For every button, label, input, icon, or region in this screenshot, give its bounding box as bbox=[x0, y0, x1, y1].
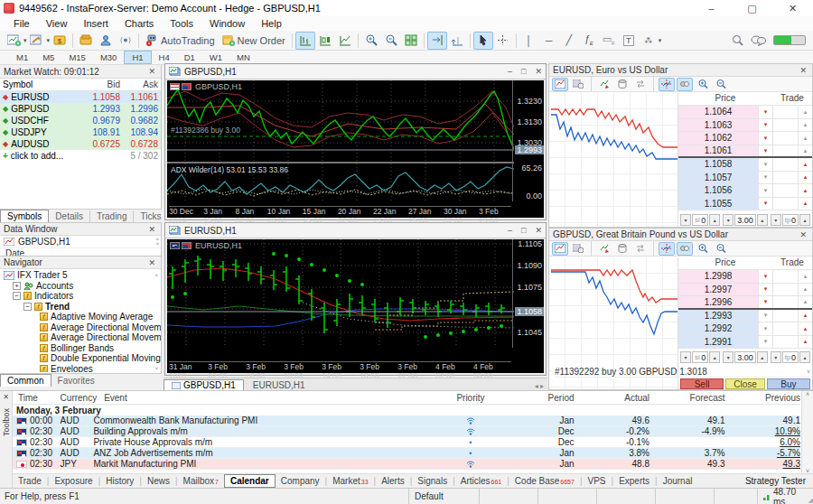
tab-scroll-right-icon[interactable]: ▸ bbox=[540, 382, 544, 390]
horizontal-line-tool-button[interactable]: ─ bbox=[539, 32, 559, 50]
trade-cell[interactable] bbox=[772, 336, 798, 349]
dom-transfer-icon[interactable] bbox=[632, 242, 649, 256]
candlestick-mode-button[interactable] bbox=[315, 32, 335, 50]
column-time[interactable]: Time bbox=[13, 393, 61, 403]
calendar-event-row[interactable]: 02:30 JPY Markit Manufacturing PMI Jan 4… bbox=[13, 459, 800, 470]
chevron-down-icon[interactable]: ▾ bbox=[758, 184, 772, 197]
usd-flag-icon[interactable] bbox=[182, 242, 192, 249]
market-watch-close-icon[interactable]: ✕ bbox=[146, 67, 157, 76]
chevron-down-icon[interactable]: ▾ bbox=[758, 119, 772, 132]
dom-depth-icon[interactable] bbox=[614, 242, 631, 256]
toolbox-close-icon[interactable]: ✕ bbox=[3, 393, 9, 401]
dom-chart-mode-icon[interactable] bbox=[552, 78, 568, 91]
sl-stepper[interactable]: ▾sl0▴ bbox=[680, 351, 720, 363]
chart-canvas[interactable]: EURUSD,H1 1.1105 1.1090 1.1075 1.1058 1.… bbox=[167, 239, 544, 373]
chevron-up-icon[interactable]: ▴ bbox=[798, 284, 812, 296]
dom-ask-row[interactable]: 1.1063▾▴ bbox=[678, 119, 812, 133]
ask-price[interactable]: 1.2996 bbox=[678, 296, 758, 308]
timeframe-m5[interactable]: M5 bbox=[35, 51, 61, 63]
trade-cell[interactable] bbox=[772, 198, 798, 210]
bid-price[interactable]: 1.2991 bbox=[678, 336, 758, 349]
bid-price[interactable]: 1.2993 bbox=[678, 310, 758, 322]
ask-price[interactable]: 1.1061 bbox=[678, 145, 758, 157]
dom-bid-row[interactable]: 1.2992▾▴ bbox=[678, 322, 812, 336]
ask-price[interactable]: 1.1062 bbox=[678, 132, 758, 145]
tab-news[interactable]: News bbox=[142, 475, 175, 487]
chevron-up-icon[interactable]: ▴ bbox=[798, 336, 812, 349]
tab-ticks[interactable]: Ticks bbox=[134, 210, 167, 222]
dom-zoom-in-icon[interactable] bbox=[695, 242, 711, 256]
zoom-out-button[interactable] bbox=[381, 32, 401, 50]
dom-circles-icon[interactable] bbox=[677, 78, 693, 91]
collapse-icon[interactable]: − bbox=[13, 292, 21, 300]
chevron-up-icon[interactable]: ▴ bbox=[798, 172, 812, 184]
chevron-up-icon[interactable]: ▴ bbox=[798, 270, 812, 283]
label-tool-button[interactable]: ▭F bbox=[599, 32, 619, 50]
menu-charts[interactable]: Charts bbox=[117, 18, 162, 29]
chevron-down-icon[interactable]: ▾ bbox=[758, 322, 772, 335]
dom-ask-row[interactable]: 1.1061▾▴ bbox=[678, 145, 812, 159]
chevron-up-icon[interactable]: ▴ bbox=[798, 310, 812, 322]
column-ask[interactable]: Ask bbox=[120, 79, 158, 89]
strategy-tester-link[interactable]: Strategy Tester bbox=[745, 476, 813, 486]
tab-trade[interactable]: Trade bbox=[13, 475, 47, 487]
trade-cell[interactable] bbox=[772, 270, 798, 283]
dom-zoom-in-icon[interactable] bbox=[695, 78, 711, 91]
timeframe-w1[interactable]: W1 bbox=[202, 51, 229, 63]
dom-crosshair-icon[interactable] bbox=[659, 78, 675, 91]
column-period[interactable]: Period bbox=[521, 393, 574, 403]
navigator-toggle-button[interactable] bbox=[96, 32, 116, 50]
text-tool-button[interactable]: T bbox=[619, 32, 639, 50]
stepper-up-icon[interactable]: ▴ bbox=[757, 214, 768, 226]
volume-stepper[interactable]: ▾3.00▴ bbox=[723, 351, 768, 363]
chart-close-icon[interactable]: ✕ bbox=[535, 67, 542, 76]
trade-cell[interactable] bbox=[772, 322, 798, 335]
bid-price[interactable]: 1.1058 bbox=[678, 158, 758, 171]
bid-price[interactable]: 1.1056 bbox=[678, 184, 758, 197]
chart-canvas[interactable]: GBPUSD,H1 #11392386 buy 3.00 ADX Wilder(… bbox=[167, 80, 544, 218]
price-scale[interactable]: 1.3230 1.3130 1.3030 1.2993 65.26 0.00 bbox=[512, 80, 544, 201]
chevron-down-icon[interactable]: ▾ bbox=[758, 172, 772, 184]
scroll-down-icon[interactable]: ˅ bbox=[154, 366, 161, 371]
dom-ask-row[interactable]: 1.1064▾▴ bbox=[678, 106, 812, 119]
autoscroll-button[interactable] bbox=[427, 32, 447, 50]
chart-minimize-icon[interactable]: – bbox=[508, 67, 512, 76]
stepper-up-icon[interactable]: ▴ bbox=[709, 214, 720, 226]
stepper-down-icon[interactable]: ▾ bbox=[771, 214, 781, 226]
trade-cell[interactable] bbox=[772, 310, 798, 322]
stepper-down-icon[interactable]: ▾ bbox=[680, 214, 691, 226]
chart-tab-eurusd[interactable]: EURUSD,H1 bbox=[244, 380, 314, 390]
trade-cell[interactable] bbox=[772, 119, 798, 132]
market-watch-row-audusd[interactable]: ◆AUDUSD 0.6725 0.6728 bbox=[0, 138, 161, 150]
line-chart-mode-button[interactable] bbox=[335, 32, 355, 50]
navigator-item-indicator[interactable]: fDouble Exponential Moving Av bbox=[4, 353, 161, 364]
dom-close-icon[interactable]: ✕ bbox=[798, 230, 808, 239]
dom-ask-row[interactable]: 1.2998▾▴ bbox=[678, 270, 812, 284]
stepper-up-icon[interactable]: ▴ bbox=[709, 351, 720, 363]
chevron-up-icon[interactable]: ▴ bbox=[798, 119, 812, 132]
market-watch-toggle-button[interactable] bbox=[76, 32, 96, 50]
volume-stepper[interactable]: ▾3.00▴ bbox=[723, 214, 768, 226]
timeframe-d1[interactable]: D1 bbox=[177, 51, 202, 63]
market-watch-row-eurusd[interactable]: ◆EURUSD 1.1058 1.1061 bbox=[0, 91, 161, 103]
market-watch-add-row[interactable]: +click to add... 5 / 302 bbox=[0, 150, 161, 162]
tile-windows-button[interactable] bbox=[401, 32, 421, 50]
chart-shift-button[interactable] bbox=[447, 32, 467, 50]
tab-exposure[interactable]: Exposure bbox=[49, 475, 98, 487]
dom-circles-icon[interactable] bbox=[677, 242, 693, 256]
navigator-item-indicator[interactable]: fAverage Directional Movement bbox=[4, 322, 161, 333]
trade-cell[interactable] bbox=[772, 106, 798, 118]
trade-cell[interactable] bbox=[772, 296, 798, 308]
navigator-item-indicator[interactable]: fEnvelopes ˅ bbox=[4, 364, 161, 373]
data-window-close-icon[interactable]: ✕ bbox=[146, 225, 157, 234]
tab-common[interactable]: Common bbox=[0, 374, 51, 387]
autotrading-button[interactable]: AutoTrading bbox=[142, 32, 219, 50]
eur-flag-icon[interactable] bbox=[170, 242, 180, 249]
chevron-up-icon[interactable]: ▴ bbox=[798, 158, 812, 171]
scrollbar-up-icon[interactable]: ˄ bbox=[806, 391, 809, 397]
tab-favorites[interactable]: Favorites bbox=[51, 375, 101, 387]
market-watch-row-gbpusd[interactable]: ◆GBPUSD 1.2993 1.2996 bbox=[0, 103, 161, 115]
bid-price[interactable]: 1.1057 bbox=[678, 172, 758, 184]
dom-zoom-out-icon[interactable] bbox=[713, 242, 729, 256]
trendline-tool-button[interactable]: ╱ bbox=[559, 32, 579, 50]
